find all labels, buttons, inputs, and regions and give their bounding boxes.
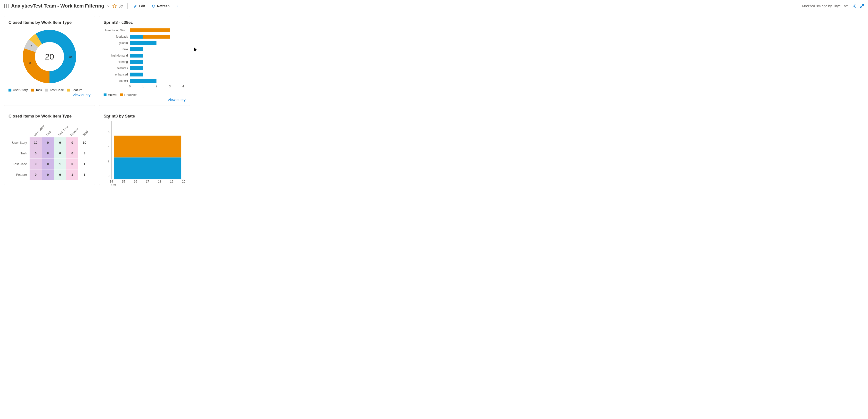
matrix-cell: 0 [42, 158, 54, 169]
hbar-label: (other) [103, 79, 130, 83]
x-tick: 14 [110, 180, 113, 183]
slice-label: 8 [29, 61, 31, 65]
hbar-segment [143, 35, 170, 39]
dashboard-content: Closed Items by Work Item Type [0, 12, 868, 189]
hbar-row: high demand [103, 53, 186, 59]
hbar-label: enhanced [103, 73, 130, 76]
hbar-label: high demand [103, 54, 130, 57]
hbar-segment [130, 79, 156, 83]
hbar-bars [130, 35, 186, 39]
hbar-x-axis: 01234 [130, 85, 186, 89]
view-query-link[interactable]: View query [167, 98, 186, 102]
hbar-label: new [103, 48, 130, 51]
hbar-segment [130, 28, 170, 32]
refresh-button[interactable]: Refresh [150, 3, 172, 9]
matrix-row: Test Case00101 [8, 158, 91, 169]
pencil-icon [133, 4, 137, 8]
row-label: Task [8, 148, 29, 158]
matrix-cell: 8 [79, 148, 91, 158]
matrix-cell: 0 [29, 169, 41, 180]
legend-item: Task [31, 88, 42, 92]
svg-marker-3 [113, 4, 117, 7]
svg-point-4 [120, 5, 121, 6]
matrix-row: Task08008 [8, 148, 91, 158]
chevron-down-icon[interactable] [106, 4, 110, 8]
y-axis: 02468 [103, 121, 111, 179]
x-tick: 16 [134, 180, 137, 183]
matrix-cell: 0 [66, 137, 78, 148]
matrix-cell: 0 [42, 169, 54, 180]
hbar-bars [130, 28, 186, 32]
refresh-icon [152, 4, 155, 8]
hbar-segment [130, 72, 143, 77]
x-tick: 4 [182, 85, 184, 88]
slice-label: 1 [31, 45, 33, 48]
top-bar-right: Modified 3m ago by Jihye Eom [802, 4, 864, 8]
svg-rect-11 [114, 136, 181, 157]
widget-closed-items-donut: Closed Items by Work Item Type [4, 16, 95, 106]
x-tick: 1 [143, 85, 144, 88]
edit-label: Edit [139, 4, 145, 8]
hbar-chart: Introducing Wor...feedback(blank)newhigh… [103, 27, 186, 91]
x-sublabel: Oct [111, 183, 116, 187]
matrix-cell: 0 [54, 137, 66, 148]
slice-label: 10 [68, 55, 72, 59]
hbar-segment [130, 60, 143, 64]
matrix-head: User Story Task Test Case Feature Total [8, 123, 91, 137]
hbar-row: feedback [103, 34, 186, 39]
legend-item: Active [103, 93, 117, 97]
hbar-bars [130, 54, 186, 58]
row-label: Feature [8, 169, 29, 180]
star-icon[interactable] [112, 4, 117, 8]
hbar-bars [130, 47, 186, 51]
more-icon[interactable] [174, 4, 178, 8]
svg-point-8 [177, 6, 178, 6]
matrix-cell: 0 [54, 148, 66, 158]
edit-button[interactable]: Edit [131, 3, 147, 9]
x-tick: 19 [170, 180, 173, 183]
widget-title: Closed Items by Work Item Type [8, 114, 91, 119]
hbar-bars [130, 41, 186, 45]
x-tick: 15 [122, 180, 125, 183]
plot-area [111, 121, 184, 179]
hbar-segment [130, 66, 143, 70]
matrix-row: User Story1000010 [8, 137, 91, 148]
matrix-cell: 0 [29, 148, 41, 158]
slice-label: 1 [37, 37, 39, 41]
y-tick: 6 [108, 130, 110, 134]
area-chart: 02468 14151617181920Oct [103, 121, 186, 187]
x-tick: 3 [169, 85, 171, 88]
y-tick: 4 [108, 145, 110, 149]
legend-item: Test Case [45, 88, 64, 92]
hbar-label: features [103, 66, 130, 70]
refresh-label: Refresh [157, 4, 169, 8]
view-query-link[interactable]: View query [72, 93, 91, 97]
expand-icon[interactable] [860, 4, 864, 8]
legend: Active Resolved [103, 93, 186, 97]
hbar-row: filtering [103, 59, 186, 65]
hbar-row: (blank) [103, 40, 186, 46]
matrix-cell: 0 [66, 158, 78, 169]
legend-item: Feature [67, 88, 83, 92]
legend-item: User Story [8, 88, 28, 92]
gear-icon[interactable] [852, 4, 856, 8]
people-icon[interactable] [119, 4, 123, 8]
widget-title: Sprint3 by State [103, 114, 186, 119]
row-label: Test Case [8, 158, 29, 169]
view-query-link-wrap: View query [103, 98, 186, 102]
matrix-cell: 1 [79, 158, 91, 169]
hbar-row: enhanced [103, 71, 186, 78]
hbar-label: (blank) [103, 41, 130, 45]
matrix-cell: 0 [66, 148, 78, 158]
svg-point-6 [175, 6, 175, 6]
hbar-bars [130, 79, 186, 83]
svg-point-7 [176, 6, 176, 6]
x-tick: 20 [182, 180, 185, 183]
matrix-cell: 0 [54, 169, 66, 180]
col-header: User Story [29, 123, 41, 137]
widget-sprint3-area: Sprint3 by State 02468 14151617181920Oct [99, 110, 190, 185]
matrix: User Story Task Test Case Feature Total … [8, 123, 91, 180]
hbar-row: (other) [103, 78, 186, 84]
legend-item: Resolved [120, 93, 137, 97]
column-2: Sprint3 - c38ec Introducing Wor...feedba… [99, 16, 190, 185]
